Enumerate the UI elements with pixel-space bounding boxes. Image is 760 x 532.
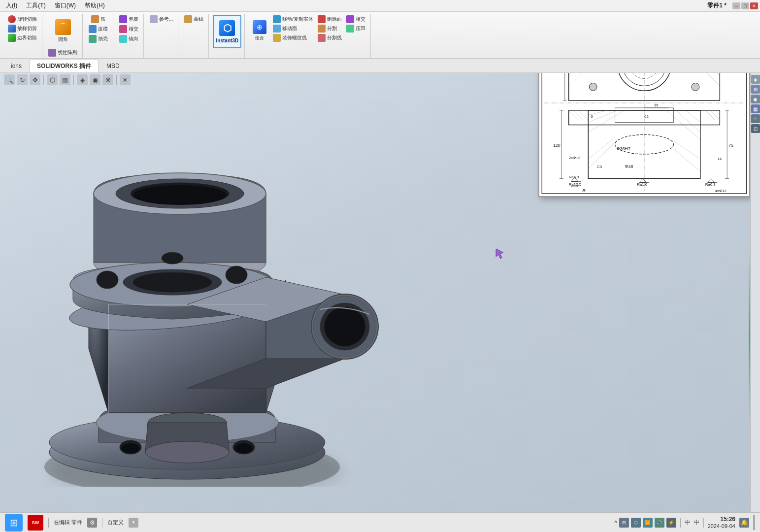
sidebar-icon-4[interactable]: ▦ xyxy=(751,104,760,113)
cursor-pointer xyxy=(495,248,507,261)
toolbar-separator-3 xyxy=(116,75,117,85)
svg-text:6: 6 xyxy=(591,114,593,119)
view-orient-tool[interactable]: ⬡ xyxy=(47,74,58,85)
editing-status: 在编辑 零件 xyxy=(54,519,82,526)
window-title: 零件1 * xyxy=(703,0,730,11)
ribbon-btn-linear-pattern[interactable]: 线性阵列 xyxy=(46,48,79,57)
svg-point-19 xyxy=(133,272,212,292)
ribbon-btn-indent[interactable]: 压凹 xyxy=(344,24,367,33)
clock-date: 2024-09-04 xyxy=(708,523,735,529)
ribbon-btn-boundary-cut[interactable]: 边界切除 xyxy=(6,33,39,42)
svg-point-6 xyxy=(122,443,139,453)
ribbon-btn-shell[interactable]: 抽壳 xyxy=(87,34,110,43)
edge-accent-line xyxy=(749,73,750,512)
tray-icon-5[interactable]: ⚡ xyxy=(666,518,676,528)
taskbar-solidworks-icon[interactable]: SW xyxy=(28,515,43,531)
sidebar-icon-5[interactable]: ≡ xyxy=(751,114,760,123)
ribbon-btn-split[interactable]: 分割 xyxy=(316,24,344,33)
svg-text:36: 36 xyxy=(654,103,659,107)
ribbon-btn-reference[interactable]: 参考... xyxy=(148,15,175,24)
status-separator-time xyxy=(703,518,704,528)
svg-text:Ra12.5: Ra12.5 xyxy=(569,182,582,187)
ribbon-btn-wrap[interactable]: 包覆 xyxy=(117,15,140,24)
settings-cog-icon[interactable]: ⚙ xyxy=(87,518,97,528)
ribbon-btn-instant3d[interactable]: ⬡ Instant3D xyxy=(213,15,241,48)
zoom-tool[interactable]: 🔍 xyxy=(4,74,15,85)
ribbon-btn-revolve-cut[interactable]: 旋转切除 xyxy=(6,15,39,24)
svg-text:Ra1.6: Ra1.6 xyxy=(637,182,648,187)
sidebar-icon-3[interactable]: ◉ xyxy=(751,95,760,103)
scene-tool[interactable]: ☀ xyxy=(120,74,131,85)
tray-wifi-icon[interactable]: 📶 xyxy=(643,518,653,528)
ribbon-group-wrap: 包覆 相交 镜向 xyxy=(114,14,144,58)
svg-point-7 xyxy=(235,443,253,453)
ribbon-btn-move-copy[interactable]: 移动/复制实体 xyxy=(271,15,315,24)
ribbon-btn-loft-cut[interactable]: 放样切剪 xyxy=(6,24,39,33)
svg-point-25 xyxy=(145,441,229,463)
rotate-tool[interactable]: ↻ xyxy=(17,74,28,85)
svg-text:B: B xyxy=(582,188,586,193)
sidebar-icon-6[interactable]: ⊡ xyxy=(751,124,760,133)
ribbon-btn-cosmetic-thread[interactable]: 装饰螺纹线 xyxy=(271,33,315,42)
display-mode-tool[interactable]: ◈ xyxy=(77,74,88,85)
restore-button[interactable]: □ xyxy=(741,2,749,9)
pan-tool[interactable]: ✥ xyxy=(30,74,40,85)
ribbon-btn-curve[interactable]: 曲线 xyxy=(182,15,205,24)
status-separator-1 xyxy=(48,518,49,528)
tray-icon-4[interactable]: 🔊 xyxy=(655,518,664,528)
ime-mode[interactable]: 中 xyxy=(694,519,699,526)
customize-arrow-icon[interactable]: ▼ xyxy=(129,518,138,528)
svg-point-12 xyxy=(133,185,227,205)
ribbon-btn-intersect2[interactable]: 相交 xyxy=(344,15,367,24)
tray-icon-2[interactable]: ⬡ xyxy=(631,518,641,528)
svg-text:Φ48: Φ48 xyxy=(625,164,633,169)
close-button[interactable]: ✕ xyxy=(750,2,758,9)
svg-text:C3: C3 xyxy=(597,165,602,169)
menu-help[interactable]: 帮助(H) xyxy=(81,0,109,11)
svg-text:Ra6.3: Ra6.3 xyxy=(705,182,716,187)
appearance-tool[interactable]: ◉ xyxy=(90,74,100,85)
svg-point-16 xyxy=(226,266,247,284)
status-bar: ⊞ SW 在编辑 零件 ⚙ 自定义 ▼ ^ ⊞ ⬡ 📶 🔊 ⚡ 中 中 15:2… xyxy=(0,512,760,532)
render-tool[interactable]: ❋ xyxy=(102,74,113,85)
toolbar-separator-2 xyxy=(73,75,74,85)
svg-text:14: 14 xyxy=(717,157,722,161)
ribbon-btn-fillet[interactable]: ⌒ 圆角 xyxy=(50,15,76,47)
ribbon-btn-split-line[interactable]: 分割线 xyxy=(316,33,344,42)
tray-icon-1[interactable]: ⊞ xyxy=(619,518,629,528)
ribbon-btn-combine[interactable]: ⊕ 组合 xyxy=(249,15,270,47)
svg-text:4xΦ12: 4xΦ12 xyxy=(715,189,726,193)
ribbon-btn-intersect[interactable]: 相交 xyxy=(117,25,140,33)
svg-point-23 xyxy=(324,307,365,346)
language-indicator[interactable]: 中 xyxy=(685,519,690,526)
ribbon-toolbar: 旋转切除 放样切剪 边界切除 ⌒ 圆角 线性阵列 xyxy=(0,12,760,59)
menu-bar: 入(I) 工具(T) 窗口(W) 帮助(H) 零件1 * ─ □ ✕ xyxy=(0,0,760,12)
ribbon-btn-delete-face[interactable]: 删除面 xyxy=(316,15,344,24)
menu-input[interactable]: 入(I) xyxy=(2,0,21,11)
show-desktop-button[interactable] xyxy=(753,515,755,530)
menu-window[interactable]: 窗口(W) xyxy=(51,0,80,11)
svg-marker-26 xyxy=(496,249,503,259)
notification-icon[interactable]: 🔔 xyxy=(739,518,749,528)
ribbon-btn-rib[interactable]: 筋 xyxy=(89,15,107,24)
tab-ions[interactable]: ions xyxy=(4,61,29,71)
ribbon-btn-mirror[interactable]: 镜向 xyxy=(117,34,140,43)
toolbar-separator-1 xyxy=(43,75,44,85)
view-section-tool[interactable]: ▦ xyxy=(60,74,70,85)
clock-time: 15:26 xyxy=(720,516,735,523)
minimize-button[interactable]: ─ xyxy=(732,2,740,9)
tab-mbd[interactable]: MBD xyxy=(99,61,127,71)
secondary-tabs: ions SOLIDWORKS 插件 MBD xyxy=(0,59,760,73)
ribbon-group-cuts: 旋转切除 放样切剪 边界切除 xyxy=(3,14,42,58)
ribbon-btn-move-face[interactable]: 移动面 xyxy=(271,24,315,33)
menu-tools[interactable]: 工具(T) xyxy=(22,0,49,11)
taskbar-windows-icon[interactable]: ⊞ xyxy=(5,514,23,532)
tab-solidworks-addins[interactable]: SOLIDWORKS 插件 xyxy=(30,60,99,72)
ribbon-btn-draft[interactable]: 拔模 xyxy=(87,25,110,33)
ribbon-group-assembly-ops: ⊕ 组合 移动/复制实体 移动面 装饰螺纹线 删除面 xyxy=(246,14,371,58)
ribbon-group-reference: 参考... xyxy=(145,14,178,58)
svg-text:62: 62 xyxy=(644,114,649,119)
svg-point-15 xyxy=(97,271,118,289)
svg-point-17 xyxy=(162,252,183,264)
tray-arrow-icon[interactable]: ^ xyxy=(615,520,617,526)
